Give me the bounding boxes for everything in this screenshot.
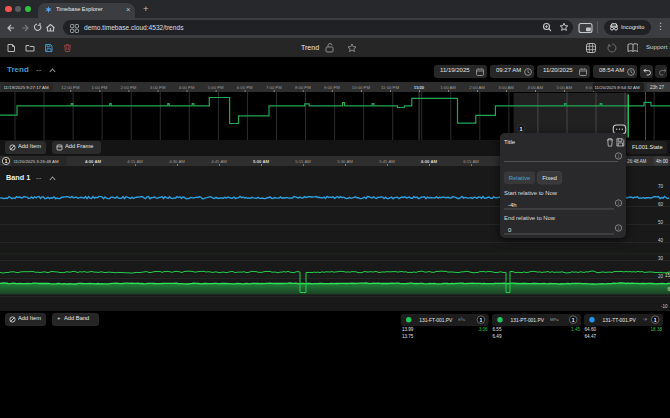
svg-text:1: 1 (4, 158, 7, 164)
svg-text:5:00 PM: 5:00 PM (208, 85, 224, 90)
svg-text:1:00 AM: 1:00 AM (440, 85, 456, 90)
svg-text:4:00 AM: 4:00 AM (85, 159, 102, 164)
svg-text:2:00 AM: 2:00 AM (469, 85, 485, 90)
svg-text:7:00 PM: 7:00 PM (266, 85, 282, 90)
svg-text:11/19/2025 9:27:17 AM: 11/19/2025 9:27:17 AM (4, 85, 49, 90)
svg-text:5:00 AM: 5:00 AM (556, 85, 572, 90)
svg-text:1:00 PM: 1:00 PM (92, 85, 108, 90)
svg-text:4:15 AM: 4:15 AM (127, 159, 143, 164)
svg-text:i: i (618, 201, 619, 206)
svg-text:6.55: 6.55 (493, 327, 502, 332)
svg-text:18.38: 18.38 (651, 327, 663, 332)
svg-text:60: 60 (658, 202, 664, 207)
svg-text:9:00 PM: 9:00 PM (324, 85, 340, 90)
svg-text:Title: Title (504, 139, 516, 145)
svg-text:Relative: Relative (509, 175, 531, 181)
svg-text:10:00 PM: 10:00 PM (352, 85, 371, 90)
svg-text:131-FT-001.PV: 131-FT-001.PV (419, 318, 453, 323)
svg-text:64.47: 64.47 (585, 334, 597, 339)
svg-text:MPa: MPa (550, 317, 559, 322)
svg-text:1: 1 (572, 317, 575, 323)
svg-text:64.60: 64.60 (585, 327, 597, 332)
svg-text:3.06: 3.06 (479, 327, 488, 332)
svg-text:4:00 PM: 4:00 PM (179, 85, 195, 90)
svg-text:131-TT-001.PV: 131-TT-001.PV (603, 318, 637, 323)
svg-text:5:45 AM: 5:45 AM (379, 159, 395, 164)
svg-text:12:00 PM: 12:00 PM (61, 85, 80, 90)
svg-text:Start relative to Now: Start relative to Now (504, 190, 558, 196)
svg-text:6:00 PM: 6:00 PM (237, 85, 253, 90)
svg-text:4:45 AM: 4:45 AM (211, 159, 227, 164)
svg-text:8:00 PM: 8:00 PM (295, 85, 311, 90)
svg-text:End relative to Now: End relative to Now (504, 215, 556, 221)
svg-text:i: i (618, 226, 619, 231)
svg-text:1: 1 (519, 125, 522, 131)
svg-text:6:00 AM: 6:00 AM (421, 159, 438, 164)
svg-text:4h 00: 4h 00 (656, 159, 668, 164)
svg-text:°F: °F (643, 317, 648, 322)
svg-text:ft³/s: ft³/s (458, 317, 465, 322)
svg-text:26:48 AM: 26:48 AM (627, 159, 647, 164)
svg-text:20: 20 (658, 274, 664, 279)
svg-text:131-PT-001.PV: 131-PT-001.PV (511, 318, 545, 323)
svg-text:40: 40 (658, 238, 664, 243)
svg-text:3:00 AM: 3:00 AM (498, 85, 514, 90)
svg-text:5:30 AM: 5:30 AM (337, 159, 353, 164)
svg-text:1: 1 (480, 317, 483, 323)
svg-text:1.45: 1.45 (571, 327, 580, 332)
svg-text:-4h: -4h (508, 202, 517, 208)
svg-text:2:00 PM: 2:00 PM (121, 85, 137, 90)
svg-text:11/20/2025 8:54:32 AM: 11/20/2025 8:54:32 AM (595, 85, 640, 90)
svg-text:1: 1 (654, 317, 657, 323)
svg-text:23h 27: 23h 27 (650, 85, 664, 90)
svg-text:11/20: 11/20 (414, 85, 425, 90)
svg-text:5:15 AM: 5:15 AM (295, 159, 311, 164)
svg-text:i: i (618, 154, 619, 159)
svg-text:11/20/2025 3:26:48 AM: 11/20/2025 3:26:48 AM (14, 159, 59, 164)
svg-text:15: 15 (665, 273, 670, 278)
svg-text:13.75: 13.75 (402, 334, 414, 339)
svg-text:4:00 AM: 4:00 AM (527, 85, 543, 90)
svg-text:Fixed: Fixed (542, 175, 557, 181)
svg-text:70: 70 (658, 184, 664, 189)
svg-text:50: 50 (658, 220, 664, 225)
svg-text:3:00 PM: 3:00 PM (150, 85, 166, 90)
svg-text:-10: -10 (661, 304, 668, 309)
svg-text:0: 0 (508, 227, 512, 233)
svg-text:6:15 AM: 6:15 AM (463, 159, 479, 164)
svg-text:13.99: 13.99 (402, 327, 414, 332)
svg-text:4:30 AM: 4:30 AM (169, 159, 185, 164)
svg-text:5:00 AM: 5:00 AM (253, 159, 270, 164)
svg-text:30: 30 (658, 256, 664, 261)
svg-text:11:00 PM: 11:00 PM (381, 85, 399, 90)
svg-text:6.49: 6.49 (493, 334, 502, 339)
